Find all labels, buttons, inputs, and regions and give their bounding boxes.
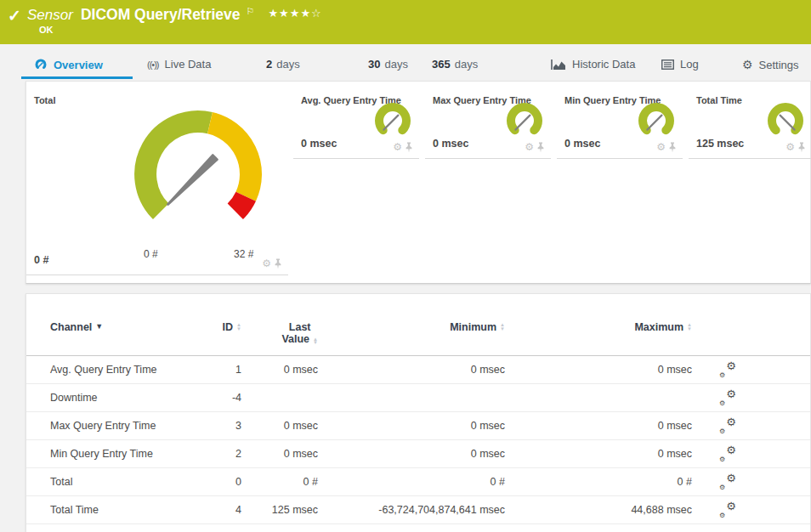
pin-icon[interactable] [405,142,413,153]
channel-id: 4 [216,504,241,516]
minimum-value: 0 # [318,476,505,488]
mini-gauge [371,100,414,143]
status-badge: OK [39,25,54,35]
sensor-title: DICOM Query/Retrieve [81,6,241,24]
active-tab-underline [21,76,133,79]
header-minimum-label: Minimum [450,321,496,333]
last-value: 0 msec [241,420,318,432]
channel-id: 2 [216,448,241,460]
tile-tools: ⚙ [785,141,806,153]
channel-settings-icon[interactable]: ⚙⚙ [719,390,736,405]
mini-gauge-value: 0 msec [564,138,600,150]
table-row: Min Query Entry Time 2 0 msec 0 msec 0 m… [26,440,810,468]
channel-settings-icon[interactable]: ⚙⚙ [719,362,736,377]
pin-icon[interactable] [668,142,677,153]
tab-30-days[interactable]: 30 days [368,58,408,71]
maximum-value: 0 msec [505,420,692,432]
gauge-needle [647,116,661,130]
channel-name: Max Query Entry Time [50,420,216,432]
mini-gauge [503,100,546,143]
gear-icon[interactable]: ⚙ [785,141,795,153]
header-channel[interactable]: Channel ▼ [50,321,216,333]
maximum-value: 0 # [505,476,692,488]
ok-check-icon: ✓ [8,6,21,25]
gauge-icon [34,58,48,71]
sensor-kind-label: Sensor [27,7,73,24]
table-row: Downtime -4 ⚙⚙ [26,384,810,412]
total-channel-tile: Total 0 # 32 # 0 # ⚙ [26,82,288,275]
sort-icon: ▲▼ [236,323,241,331]
star-empty[interactable]: ☆ [311,7,322,20]
tile-tools: ⚙ [525,141,545,153]
pin-icon[interactable] [536,142,545,153]
last-value: 125 msec [241,504,318,516]
channel-name: Total [50,476,216,488]
tab-log[interactable]: Log [661,58,699,71]
tab-live-data-label: Live Data [165,58,212,71]
pin-icon[interactable] [274,258,282,269]
tab-bar: Overview ((•)) Live Data 2 days 30 days … [0,54,811,80]
gear-icon[interactable]: ⚙ [262,258,271,269]
tab-2-days[interactable]: 2 days [266,58,300,71]
channel-settings-icon[interactable]: ⚙⚙ [719,502,736,518]
avg-query-entry-time-tile: Avg. Query Entry Time 0 msec ⚙ [293,82,419,159]
tab-log-label: Log [680,58,699,71]
gauge-needle [515,116,530,130]
tab-2-days-number: 2 [266,58,272,71]
prtg-sensor-page: ✓ Sensor DICOM Query/Retrieve ⚐ ★★★★☆ OK… [0,0,811,532]
last-value: 0 msec [241,448,318,460]
header-last-value[interactable]: Last Value ▲▼ [241,321,318,345]
table-row: Total Time 4 125 msec -63,724,704,874,64… [26,496,810,524]
table-row: Avg. Query Entry Time 1 0 msec 0 msec 0 … [26,356,810,384]
maximum-value: 0 msec [505,364,692,376]
tab-live-data[interactable]: ((•)) Live Data [147,58,211,71]
gauge-needle [780,116,795,130]
pin-icon[interactable] [797,142,806,153]
header-maximum[interactable]: Maximum ▲▼ [505,321,692,333]
channel-settings-icon[interactable]: ⚙⚙ [719,474,736,490]
gear-icon[interactable]: ⚙ [393,141,402,153]
header-channel-label: Channel [50,321,92,333]
gear-icon: ⚙ [742,58,753,71]
tile-tools: ⚙ [262,258,282,269]
table-row: Max Query Entry Time 3 0 msec 0 msec 0 m… [26,412,810,440]
mini-gauge-title: Total Time [696,95,742,105]
tab-365-days-number: 365 [432,58,451,71]
log-list-icon [661,59,674,70]
gauge-max-label: 32 # [234,248,253,260]
sort-icon: ▲▼ [313,337,318,345]
gear-icon[interactable]: ⚙ [525,141,534,153]
header-last-label: Last [289,321,311,333]
priority-stars[interactable]: ★★★★☆ [268,7,321,20]
table-header-row: Channel ▼ ID ▲▼ Last Value ▲▼ Minimum ▲▼ [26,294,810,356]
channel-id: 1 [216,364,241,376]
total-time-tile: Total Time 125 msec ⚙ [689,82,811,159]
channel-settings-icon[interactable]: ⚙⚙ [719,418,736,433]
area-chart-icon [551,59,566,71]
channel-name: Total Time [50,504,216,516]
header-minimum[interactable]: Minimum ▲▼ [318,321,505,333]
channel-settings-icon[interactable]: ⚙⚙ [719,446,736,461]
broadcast-icon: ((•)) [147,59,159,70]
sorted-desc-icon: ▼ [95,322,103,331]
flag-icon: ⚐ [247,6,255,17]
tab-settings-label: Settings [759,59,799,71]
gauge-needle [383,116,398,130]
gauge-needle [168,156,218,205]
mini-gauge-value: 0 msec [433,138,468,150]
tab-overview-label: Overview [54,59,103,71]
channel-name: Min Query Entry Time [50,448,216,460]
stars-filled[interactable]: ★★★★ [268,7,311,20]
channel-id: -4 [216,392,241,404]
header-id[interactable]: ID ▲▼ [216,321,241,333]
minimum-value: -63,724,704,874,641 msec [318,504,505,516]
gear-icon[interactable]: ⚙ [656,141,666,153]
mini-gauge [764,100,807,143]
sensor-status-banner: ✓ Sensor DICOM Query/Retrieve ⚐ ★★★★☆ OK [0,0,811,44]
tab-overview[interactable]: Overview [34,58,103,71]
tab-365-days[interactable]: 365 days [432,58,478,71]
minimum-value: 0 msec [318,448,505,460]
maximum-value: 0 msec [505,448,692,460]
tab-historic-data[interactable]: Historic Data [551,58,635,71]
tab-settings[interactable]: ⚙ Settings [742,58,799,71]
